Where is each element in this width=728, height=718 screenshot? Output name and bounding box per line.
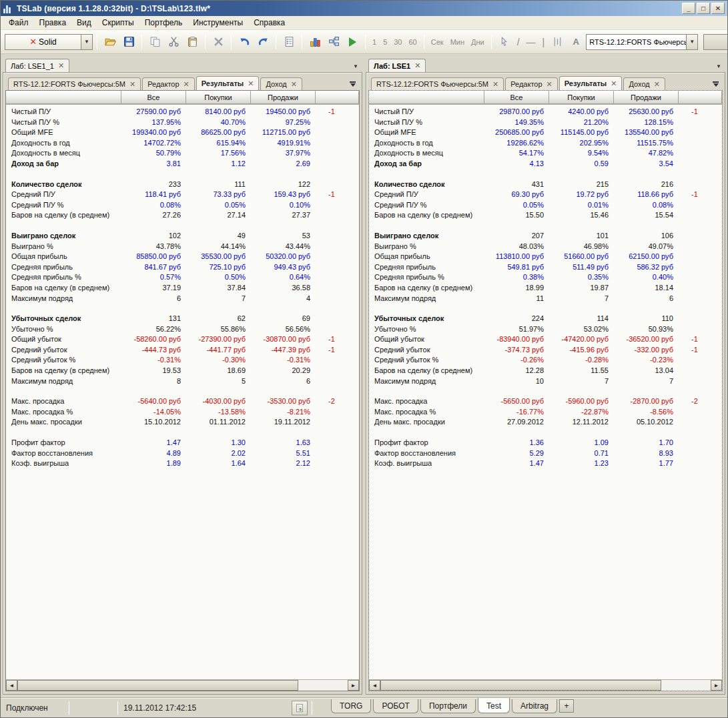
scroll-right-icon[interactable]: ► xyxy=(348,680,359,691)
instrument-combobox[interactable]: RTS-12.12:FORTS Фьючерсы ▼ xyxy=(586,34,698,50)
menu-item[interactable]: Файл xyxy=(3,17,34,29)
doc-tab[interactable]: Редактор✕ xyxy=(142,77,195,90)
bottom-tab-портфели[interactable]: Портфели xyxy=(420,699,476,713)
save-button[interactable] xyxy=(120,33,137,51)
redo-button[interactable] xyxy=(254,33,272,51)
menu-item[interactable]: Скрипты xyxy=(97,17,139,29)
doc-tab[interactable]: RTS-12.12:FORTS Фьючерсы:5M✕ xyxy=(371,77,504,90)
close-icon[interactable]: ✕ xyxy=(654,80,660,89)
chevron-down-icon[interactable]: ▼ xyxy=(353,63,358,69)
horizontal-scrollbar[interactable]: ◄ ► xyxy=(369,679,722,691)
close-button[interactable]: ✕ xyxy=(711,3,725,14)
log-button[interactable]: s xyxy=(292,701,308,715)
column-header[interactable]: Продажи xyxy=(251,91,316,104)
solid-combobox[interactable]: ✕Solid ▼ xyxy=(5,34,93,50)
close-icon[interactable]: ✕ xyxy=(58,61,64,70)
column-header[interactable]: Продажи xyxy=(614,91,679,104)
paste-button[interactable] xyxy=(184,33,201,51)
close-icon[interactable]: ✕ xyxy=(492,80,498,89)
doc-tab[interactable]: Результаты✕ xyxy=(559,76,623,90)
scrollbar-thumb[interactable] xyxy=(380,680,661,691)
row-value: 2.69 xyxy=(251,159,316,169)
undo-button[interactable] xyxy=(236,33,253,51)
unit-sec-button[interactable]: Сек xyxy=(428,36,446,48)
row-label: Средний убыток % xyxy=(6,355,121,366)
menu-item[interactable]: Портфель xyxy=(139,17,188,29)
menu-item[interactable]: Инструменты xyxy=(188,17,248,29)
interval-5-button[interactable]: 5 xyxy=(380,36,390,48)
line-tool-button[interactable]: / xyxy=(514,35,522,49)
script-properties-button[interactable] xyxy=(280,33,298,51)
copy-button[interactable] xyxy=(146,33,163,51)
bottom-tab-test[interactable]: Test xyxy=(478,698,510,713)
add-tab-button[interactable]: + xyxy=(559,699,574,713)
table-row: Средняя прибыль %0.57%0.50%0.64% xyxy=(6,272,359,283)
interval-30-button[interactable]: 30 xyxy=(391,36,404,48)
row-clipped-value xyxy=(316,324,359,335)
row-value: 15.54 xyxy=(614,210,679,221)
row-label: Средняя прибыль % xyxy=(6,272,121,283)
cut-button[interactable] xyxy=(165,33,182,51)
lab-tab[interactable]: Лаб: LSE1_1 ✕ xyxy=(5,59,69,72)
horizontal-scrollbar[interactable]: ◄ ► xyxy=(6,679,359,691)
row-clipped-value xyxy=(679,376,722,387)
row-label: Макс. просадка xyxy=(6,396,121,407)
unit-min-button[interactable]: Мин xyxy=(448,36,467,48)
scroll-right-icon[interactable]: ► xyxy=(711,680,722,691)
maximize-button[interactable]: □ xyxy=(697,3,710,14)
column-header[interactable]: Все xyxy=(121,91,186,104)
indicator-tool-button[interactable] xyxy=(549,33,566,51)
column-header[interactable]: Покупки xyxy=(549,91,614,104)
window-title: TSLab (версия 1.1.28.0:32bit) - D:\TSLab… xyxy=(17,4,682,13)
doc-tab[interactable]: Доход✕ xyxy=(260,77,302,90)
doc-tab[interactable]: Редактор✕ xyxy=(505,77,558,90)
scroll-left-icon[interactable]: ◄ xyxy=(6,680,17,691)
tab-overflow-icon[interactable] xyxy=(349,81,356,87)
close-icon[interactable]: ✕ xyxy=(291,80,297,89)
text-tool-button[interactable]: A xyxy=(567,33,585,51)
doc-tab-label: RTS-12.12:FORTS Фьючерсы:5M xyxy=(13,80,125,88)
row-value: 51.97% xyxy=(484,324,549,335)
instrument-extra-button[interactable] xyxy=(703,34,728,50)
scrollbar-thumb[interactable] xyxy=(17,680,298,691)
tab-overflow-icon[interactable] xyxy=(712,81,719,87)
bottom-tab-arbitrag[interactable]: Arbitrag xyxy=(512,699,557,713)
interval-60-button[interactable]: 60 xyxy=(406,36,420,48)
close-icon[interactable]: ✕ xyxy=(129,80,135,89)
doc-tab[interactable]: Результаты✕ xyxy=(196,76,260,90)
table-row: Общий MFE199340.00 руб86625.00 руб112715… xyxy=(6,127,359,138)
close-icon[interactable]: ✕ xyxy=(248,79,254,88)
scheme-button[interactable] xyxy=(325,33,342,51)
vline-tool-button[interactable]: | xyxy=(540,35,548,49)
chart-button[interactable] xyxy=(306,33,324,51)
column-header[interactable]: Покупки xyxy=(186,91,251,104)
delete-button[interactable] xyxy=(210,33,227,51)
scroll-left-icon[interactable]: ◄ xyxy=(369,680,380,691)
pointer-tool-button[interactable] xyxy=(496,33,513,51)
chevron-down-icon[interactable]: ▼ xyxy=(686,35,697,49)
lab-tab[interactable]: Лаб: LSE1 ✕ xyxy=(368,59,426,72)
close-icon[interactable]: ✕ xyxy=(611,79,617,88)
unit-day-button[interactable]: Дни xyxy=(468,36,487,48)
column-header[interactable]: Все xyxy=(484,91,549,104)
open-file-button[interactable] xyxy=(101,33,119,51)
chevron-down-icon[interactable]: ▼ xyxy=(81,35,92,49)
doc-tab[interactable]: Доход✕ xyxy=(623,77,665,90)
close-icon[interactable]: ✕ xyxy=(414,61,420,70)
close-icon[interactable]: ✕ xyxy=(184,80,190,89)
bottom-tab-робот[interactable]: РОБОТ xyxy=(373,699,418,713)
menu-item[interactable]: Справка xyxy=(248,17,290,29)
run-button[interactable] xyxy=(344,33,361,51)
row-value: -444.73 руб xyxy=(121,345,186,356)
table-row: Общая прибыль85850.00 руб35530.00 руб503… xyxy=(6,252,359,262)
close-icon[interactable]: ✕ xyxy=(547,80,553,89)
minimize-button[interactable]: _ xyxy=(682,3,695,14)
menu-item[interactable]: Вид xyxy=(71,17,97,29)
table-row: Средний П/У118.41 руб73.33 руб159.43 руб… xyxy=(6,190,359,200)
doc-tab[interactable]: RTS-12.12:FORTS Фьючерсы:5M✕ xyxy=(8,77,141,90)
menu-item[interactable]: Правка xyxy=(34,17,72,29)
interval-1-button[interactable]: 1 xyxy=(370,36,379,48)
hline-tool-button[interactable]: — xyxy=(524,35,538,49)
bottom-tab-torg[interactable]: TORG xyxy=(331,699,371,713)
chevron-down-icon[interactable]: ▼ xyxy=(716,63,721,69)
